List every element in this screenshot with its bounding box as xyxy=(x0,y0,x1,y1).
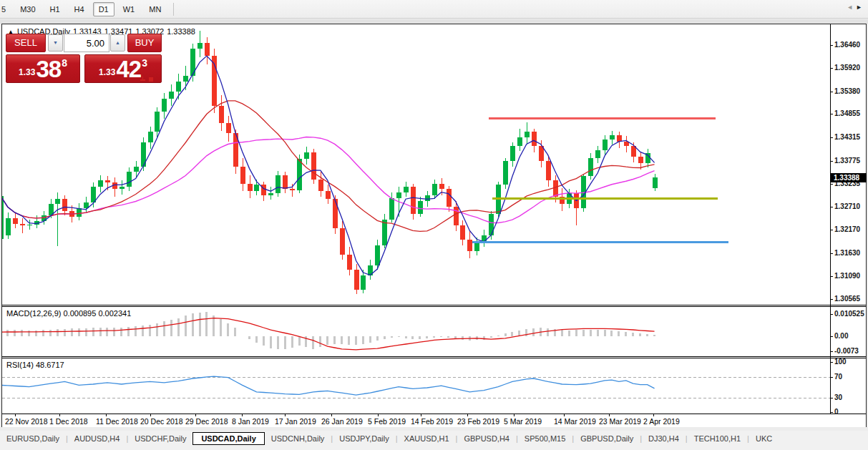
scale-tick xyxy=(830,377,833,378)
scale-tick xyxy=(830,362,833,363)
time-tick xyxy=(564,414,565,416)
timeframe-button-w1[interactable]: W1 xyxy=(117,2,141,16)
date-label: 17 Jan 2019 xyxy=(275,417,316,426)
scale-tick xyxy=(830,351,833,352)
macd-chart-canvas[interactable]: MACD(12,26,9) 0.000895 0.002341 xyxy=(2,307,830,356)
chart-tab-tech100-h1[interactable]: TECH100,H1 xyxy=(688,432,747,445)
timeframe-button-h1[interactable]: H1 xyxy=(44,2,66,16)
scale-tick xyxy=(830,114,833,114)
chevron-up-icon: ▲ xyxy=(115,40,120,45)
price-scale-label: 1.35380 xyxy=(834,87,860,95)
terminal-screen: 5M30H1H4D1W1MN ▲USDCAD,Daily1.331431.334… xyxy=(0,0,868,450)
scale-tick xyxy=(830,398,833,398)
chart-tab-usdcnh-daily[interactable]: USDCNH,Daily xyxy=(265,432,331,445)
scale-tick xyxy=(830,68,833,69)
timeframe-button-d1[interactable]: D1 xyxy=(93,2,114,16)
chart-tab-bar: EURUSD,Daily|AUDUSD,H4|USDCHF,DailyUSDCA… xyxy=(0,431,868,446)
price-scale-label: 1.34315 xyxy=(834,133,860,141)
chart-window: ▲USDCAD,Daily1.331431.334711.330721.3338… xyxy=(1,24,867,427)
sell-price-prefix: 1.33 xyxy=(19,67,35,77)
scale-tick xyxy=(830,207,833,207)
chart-tab-xauusd-h1[interactable]: XAUUSD,H1 xyxy=(398,432,456,445)
timeframe-toolbar: 5M30H1H4D1W1MN xyxy=(0,0,868,19)
time-tick xyxy=(195,414,196,416)
date-label: 26 Jan 2019 xyxy=(321,417,363,426)
rsi-scale-label: 30 xyxy=(834,393,842,401)
price-scale-label: 1.30565 xyxy=(834,295,860,303)
trade-widget-handles[interactable] xyxy=(140,77,156,82)
price-chart-canvas[interactable]: ▲USDCAD,Daily1.331431.334711.330721.3338… xyxy=(2,24,830,305)
chart-tab-sp500-m15[interactable]: SP500,M15 xyxy=(518,432,572,445)
rsi-scale-label: 70 xyxy=(834,373,842,381)
timeframe-button-m30[interactable]: M30 xyxy=(14,2,41,16)
date-label: 11 Dec 2018 xyxy=(96,417,138,426)
scale-tick xyxy=(830,276,833,277)
price-scale-label: 1.36460 xyxy=(834,41,860,49)
price-scale-label: 1.34855 xyxy=(834,109,860,117)
tab-scroll-right-icon[interactable]: ► xyxy=(856,4,865,11)
date-label: 14 Mar 2019 xyxy=(554,417,596,426)
time-tick xyxy=(15,414,16,416)
date-label: 8 Jan 2019 xyxy=(232,417,269,426)
macd-scale-label: -0.0073 xyxy=(834,347,859,355)
chart-tab-gbpusd-h4[interactable]: GBPUSD,H4 xyxy=(457,432,516,445)
time-tick xyxy=(150,414,151,416)
buy-price-big: 42 xyxy=(116,59,141,80)
rsi-scale-label: 0 xyxy=(834,408,839,416)
chart-tab-dj30-h4[interactable]: DJ30,H4 xyxy=(642,432,686,445)
scale-tick xyxy=(830,314,833,315)
chevron-down-icon: ▼ xyxy=(53,40,58,45)
timeframe-button-mn[interactable]: MN xyxy=(143,2,167,16)
price-scale-label: 1.31090 xyxy=(834,272,860,280)
volume-input[interactable] xyxy=(64,34,109,52)
buy-button[interactable]: BUY xyxy=(127,34,162,52)
time-axis[interactable]: 22 Nov 20181 Dec 201811 Dec 201820 Dec 2… xyxy=(2,414,866,427)
scale-tick xyxy=(830,412,833,413)
volume-decrease-button[interactable]: ▼ xyxy=(48,34,63,52)
macd-scale-label: 0.00 xyxy=(834,332,848,340)
sell-price-big: 38 xyxy=(36,59,61,80)
rsi-label: RSI(14) 48.6717 xyxy=(6,361,64,369)
rsi-scale-label: 100 xyxy=(834,358,847,366)
chart-tab-usdchf-daily[interactable]: USDCHF,Daily xyxy=(128,432,192,445)
scale-tick xyxy=(830,336,833,337)
timeframe-button-h4[interactable]: H4 xyxy=(69,2,90,16)
volume-increase-button[interactable]: ▲ xyxy=(110,34,125,52)
scale-tick xyxy=(830,253,833,254)
macd-label: MACD(12,26,9) 0.000895 0.002341 xyxy=(6,309,131,318)
date-label: 1 Dec 2018 xyxy=(49,417,88,426)
tab-scroll-left-icon[interactable]: ◄ xyxy=(847,4,856,11)
time-tick xyxy=(59,414,60,416)
date-label: 5 Mar 2019 xyxy=(504,417,542,426)
chart-tab-ukc[interactable]: UKC xyxy=(749,432,779,445)
macd-scale-label: 0.010525 xyxy=(834,310,864,318)
current-price-badge: 1.33388 xyxy=(831,173,867,182)
timeframe-button-5[interactable]: 5 xyxy=(0,2,11,16)
buy-price-pip: 3 xyxy=(142,57,147,69)
date-label: 22 Nov 2018 xyxy=(5,417,48,426)
tab-scroll-arrows: ◄► xyxy=(847,4,865,11)
time-tick xyxy=(242,414,243,416)
scale-tick xyxy=(830,161,833,162)
buy-price-prefix: 1.33 xyxy=(99,67,115,77)
sell-button[interactable]: SELL xyxy=(6,34,46,52)
date-label: 23 Mar 2019 xyxy=(599,417,641,426)
date-label: 23 Feb 2019 xyxy=(457,417,499,426)
time-tick xyxy=(421,414,421,416)
time-tick xyxy=(514,414,515,416)
chart-tab-gbpusd-daily[interactable]: GBPUSD,Daily xyxy=(574,432,640,445)
scale-tick xyxy=(830,184,833,185)
chart-tab-eurusd-daily[interactable]: EURUSD,Daily xyxy=(0,432,66,445)
chart-tab-audusd-h4[interactable]: AUDUSD,H4 xyxy=(68,432,127,445)
chart-tab-usdcad-daily[interactable]: USDCAD,Daily xyxy=(192,432,264,445)
scale-tick xyxy=(830,299,833,300)
time-tick xyxy=(106,414,107,416)
sell-price-pip: 8 xyxy=(62,57,67,69)
scale-tick xyxy=(830,230,833,230)
rsi-chart-canvas[interactable]: RSI(14) 48.6717 xyxy=(2,358,830,414)
time-tick xyxy=(285,414,286,416)
time-tick xyxy=(331,414,332,416)
sell-price-panel[interactable]: 1.33 38 8 xyxy=(6,54,80,83)
chart-tab-usdjpy-daily[interactable]: USDJPY,Daily xyxy=(333,432,396,445)
one-click-trade-widget: SELL ▼ ▲ BUY 1.33 38 8 1.33 42 3 xyxy=(6,34,162,84)
